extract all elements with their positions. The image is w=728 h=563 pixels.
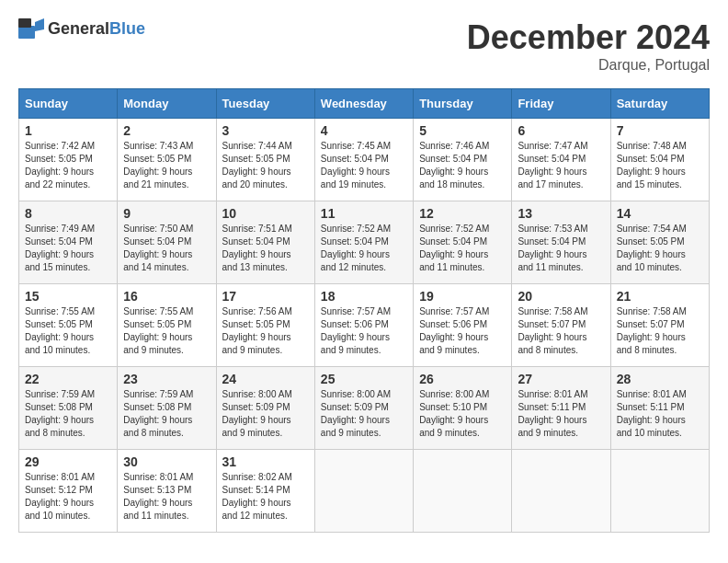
month-title: December 2024	[467, 18, 710, 57]
day-info: Sunrise: 8:01 AMSunset: 5:11 PMDaylight:…	[617, 389, 687, 438]
header-day-tuesday: Tuesday	[216, 89, 314, 119]
day-info: Sunrise: 7:50 AMSunset: 5:04 PMDaylight:…	[123, 224, 193, 272]
day-number: 25	[321, 372, 407, 386]
calendar-cell: 23Sunrise: 7:59 AMSunset: 5:08 PMDayligh…	[118, 367, 216, 450]
day-number: 2	[123, 123, 210, 138]
calendar-cell: 30Sunrise: 8:01 AMSunset: 5:13 PMDayligh…	[118, 450, 216, 533]
day-info: Sunrise: 8:01 AMSunset: 5:13 PMDaylight:…	[123, 472, 193, 521]
day-info: Sunrise: 7:59 AMSunset: 5:08 PMDaylight:…	[25, 389, 95, 438]
logo-general-text: General	[48, 19, 109, 39]
day-info: Sunrise: 7:55 AMSunset: 5:05 PMDaylight:…	[123, 306, 193, 355]
svg-rect-0	[18, 26, 35, 39]
day-info: Sunrise: 7:49 AMSunset: 5:04 PMDaylight:…	[25, 224, 95, 272]
calendar-cell: 7Sunrise: 7:48 AMSunset: 5:04 PMDaylight…	[610, 119, 709, 201]
day-number: 15	[25, 289, 111, 304]
day-number: 23	[123, 372, 210, 386]
day-number: 21	[617, 289, 703, 304]
day-info: Sunrise: 7:48 AMSunset: 5:04 PMDaylight:…	[617, 141, 687, 190]
calendar-week-row: 1Sunrise: 7:42 AMSunset: 5:05 PMDaylight…	[19, 119, 710, 201]
calendar-cell: 31Sunrise: 8:02 AMSunset: 5:14 PMDayligh…	[216, 450, 314, 533]
day-info: Sunrise: 7:55 AMSunset: 5:05 PMDaylight:…	[25, 306, 95, 355]
calendar-cell: 19Sunrise: 7:57 AMSunset: 5:06 PMDayligh…	[414, 284, 512, 367]
calendar-cell: 8Sunrise: 7:49 AMSunset: 5:04 PMDaylight…	[19, 201, 118, 284]
day-info: Sunrise: 8:01 AMSunset: 5:12 PMDaylight:…	[25, 472, 95, 521]
day-info: Sunrise: 7:52 AMSunset: 5:04 PMDaylight:…	[419, 224, 489, 272]
calendar-cell: 27Sunrise: 8:01 AMSunset: 5:11 PMDayligh…	[512, 367, 610, 450]
calendar-cell: 14Sunrise: 7:54 AMSunset: 5:05 PMDayligh…	[610, 201, 709, 284]
day-info: Sunrise: 7:59 AMSunset: 5:08 PMDaylight:…	[123, 389, 193, 438]
logo: GeneralBlue	[18, 18, 145, 39]
day-info: Sunrise: 8:00 AMSunset: 5:09 PMDaylight:…	[321, 389, 391, 438]
calendar-week-row: 29Sunrise: 8:01 AMSunset: 5:12 PMDayligh…	[19, 450, 710, 533]
header-day-monday: Monday	[118, 89, 216, 119]
title-area: December 2024 Darque, Portugal	[467, 18, 710, 74]
calendar-cell: 1Sunrise: 7:42 AMSunset: 5:05 PMDaylight…	[19, 119, 118, 201]
calendar-week-row: 8Sunrise: 7:49 AMSunset: 5:04 PMDaylight…	[19, 201, 710, 284]
day-number: 31	[222, 454, 309, 469]
day-number: 1	[25, 123, 111, 138]
calendar-cell: 4Sunrise: 7:45 AMSunset: 5:04 PMDaylight…	[314, 119, 413, 201]
day-number: 30	[123, 454, 210, 469]
day-info: Sunrise: 7:58 AMSunset: 5:07 PMDaylight:…	[617, 306, 687, 355]
day-number: 19	[419, 289, 506, 304]
location-title: Darque, Portugal	[467, 57, 710, 74]
day-info: Sunrise: 8:02 AMSunset: 5:14 PMDaylight:…	[222, 472, 292, 521]
logo-blue-text: Blue	[109, 19, 145, 39]
day-number: 9	[123, 206, 210, 221]
calendar-cell: 29Sunrise: 8:01 AMSunset: 5:12 PMDayligh…	[19, 450, 118, 533]
header-day-wednesday: Wednesday	[314, 89, 413, 119]
header-day-sunday: Sunday	[19, 89, 118, 119]
day-number: 22	[25, 372, 111, 386]
calendar-cell	[610, 450, 709, 533]
logo-icon	[18, 18, 44, 39]
day-info: Sunrise: 7:58 AMSunset: 5:07 PMDaylight:…	[518, 306, 587, 355]
day-info: Sunrise: 8:00 AMSunset: 5:09 PMDaylight:…	[222, 389, 292, 438]
header-row: SundayMondayTuesdayWednesdayThursdayFrid…	[19, 89, 710, 119]
day-number: 26	[419, 372, 506, 386]
day-info: Sunrise: 7:57 AMSunset: 5:06 PMDaylight:…	[321, 306, 391, 355]
calendar-cell: 22Sunrise: 7:59 AMSunset: 5:08 PMDayligh…	[19, 367, 118, 450]
day-info: Sunrise: 7:54 AMSunset: 5:05 PMDaylight:…	[617, 224, 687, 272]
day-info: Sunrise: 7:46 AMSunset: 5:04 PMDaylight:…	[419, 141, 489, 190]
day-info: Sunrise: 8:01 AMSunset: 5:11 PMDaylight:…	[518, 389, 587, 438]
day-info: Sunrise: 7:57 AMSunset: 5:06 PMDaylight:…	[419, 306, 489, 355]
svg-marker-2	[35, 18, 44, 31]
day-number: 17	[222, 289, 309, 304]
day-info: Sunrise: 7:45 AMSunset: 5:04 PMDaylight:…	[321, 141, 391, 190]
calendar-table: SundayMondayTuesdayWednesdayThursdayFrid…	[18, 88, 710, 533]
day-info: Sunrise: 7:43 AMSunset: 5:05 PMDaylight:…	[123, 141, 193, 190]
day-info: Sunrise: 7:51 AMSunset: 5:04 PMDaylight:…	[222, 224, 292, 272]
day-number: 18	[321, 289, 407, 304]
day-number: 7	[617, 123, 703, 138]
day-number: 10	[222, 206, 309, 221]
svg-rect-1	[18, 18, 31, 28]
day-number: 8	[25, 206, 111, 221]
calendar-cell: 12Sunrise: 7:52 AMSunset: 5:04 PMDayligh…	[414, 201, 512, 284]
calendar-cell	[414, 450, 512, 533]
day-number: 5	[419, 123, 506, 138]
calendar-header: SundayMondayTuesdayWednesdayThursdayFrid…	[19, 89, 710, 119]
header-day-friday: Friday	[512, 89, 610, 119]
calendar-cell: 28Sunrise: 8:01 AMSunset: 5:11 PMDayligh…	[610, 367, 709, 450]
calendar-cell: 17Sunrise: 7:56 AMSunset: 5:05 PMDayligh…	[216, 284, 314, 367]
day-number: 27	[518, 372, 604, 386]
calendar-cell	[314, 450, 413, 533]
day-number: 6	[518, 123, 604, 138]
day-number: 13	[518, 206, 604, 221]
header-day-thursday: Thursday	[414, 89, 512, 119]
calendar-cell: 24Sunrise: 8:00 AMSunset: 5:09 PMDayligh…	[216, 367, 314, 450]
calendar-cell: 26Sunrise: 8:00 AMSunset: 5:10 PMDayligh…	[414, 367, 512, 450]
day-info: Sunrise: 7:52 AMSunset: 5:04 PMDaylight:…	[321, 224, 391, 272]
calendar-cell: 6Sunrise: 7:47 AMSunset: 5:04 PMDaylight…	[512, 119, 610, 201]
calendar-cell: 18Sunrise: 7:57 AMSunset: 5:06 PMDayligh…	[314, 284, 413, 367]
day-number: 3	[222, 123, 309, 138]
day-info: Sunrise: 7:53 AMSunset: 5:04 PMDaylight:…	[518, 224, 587, 272]
calendar-body: 1Sunrise: 7:42 AMSunset: 5:05 PMDaylight…	[19, 119, 710, 533]
calendar-week-row: 22Sunrise: 7:59 AMSunset: 5:08 PMDayligh…	[19, 367, 710, 450]
day-number: 29	[25, 454, 111, 469]
day-number: 4	[321, 123, 407, 138]
calendar-cell: 2Sunrise: 7:43 AMSunset: 5:05 PMDaylight…	[118, 119, 216, 201]
calendar-cell: 10Sunrise: 7:51 AMSunset: 5:04 PMDayligh…	[216, 201, 314, 284]
day-number: 28	[617, 372, 703, 386]
calendar-cell: 13Sunrise: 7:53 AMSunset: 5:04 PMDayligh…	[512, 201, 610, 284]
